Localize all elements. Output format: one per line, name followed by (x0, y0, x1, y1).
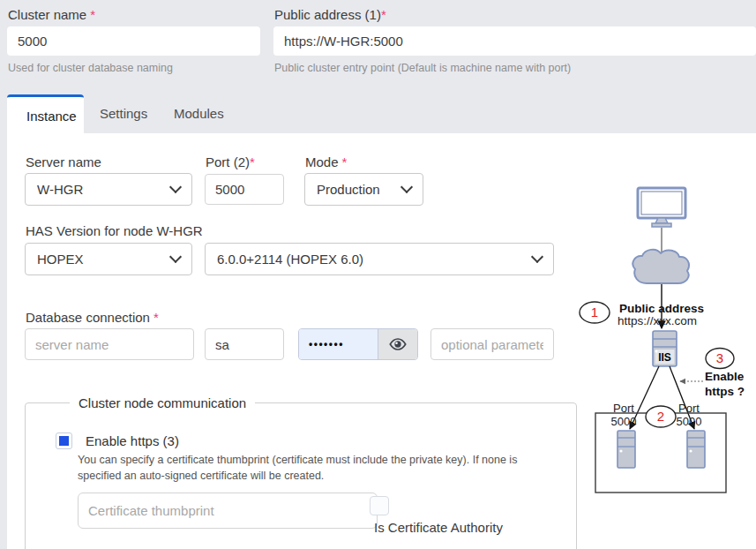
public-address-url: https://xxx.com (618, 314, 697, 327)
cluster-name-input[interactable] (7, 26, 260, 56)
tab-settings[interactable]: Settings (100, 106, 147, 121)
certificate-thumbprint-input[interactable] (78, 493, 378, 529)
database-label-text: Database connection (26, 310, 150, 325)
chevron-down-icon (531, 251, 543, 263)
chevron-down-icon (169, 181, 182, 193)
db-optional-input[interactable] (430, 328, 554, 360)
svg-text:3: 3 (716, 350, 723, 365)
mode-value: Production (317, 182, 380, 197)
server-name-select[interactable]: W-HGR (25, 173, 192, 206)
database-connection-label: Database connection* (26, 310, 159, 325)
checkbox-checked-mark (59, 436, 69, 446)
db-password-group: ••••••• (298, 328, 418, 360)
enable-https-label: Enable https (3) (86, 433, 179, 448)
cluster-name-helper: Used for cluster database naming (8, 62, 173, 74)
step-3-badge: 3 (706, 349, 734, 369)
db-user-input[interactable] (205, 328, 284, 360)
public-address-label: Public address (1)* (274, 7, 386, 22)
chevron-down-icon (400, 181, 413, 193)
mode-label-text: Mode (305, 154, 339, 169)
db-password-field[interactable]: ••••••• (299, 329, 378, 359)
cluster-name-label: Cluster name* (8, 7, 95, 22)
has-version-label: HAS Version for node W-HGR (26, 223, 203, 238)
is-certificate-authority-checkbox[interactable] (370, 496, 389, 515)
cluster-configuration-screen: Cluster name* Used for cluster database … (0, 0, 756, 549)
password-dots: ••••••• (309, 338, 344, 350)
server-right-icon (687, 431, 705, 468)
server-name-label: Server name (26, 154, 101, 169)
product-value: HOPEX (37, 252, 84, 267)
reveal-password-button[interactable] (378, 329, 417, 359)
svg-text:1: 1 (591, 305, 598, 320)
required-asterisk: * (153, 310, 159, 325)
port-input[interactable] (205, 174, 284, 205)
monitor-icon (638, 188, 685, 227)
tab-instance[interactable]: Instance (7, 94, 84, 133)
version-select[interactable]: 6.0.0+2114 (HOPEX 6.0) (205, 243, 554, 275)
public-address-helper: Public cluster entry point (Default is m… (274, 62, 571, 74)
product-select[interactable]: HOPEX (25, 243, 192, 275)
https-hint-line2: specified an auto-signed certificate wil… (78, 470, 324, 482)
server-left-icon (618, 431, 635, 468)
port-left-value: 5000 (611, 415, 637, 428)
required-asterisk: * (90, 7, 95, 22)
tab-instance-label: Instance (26, 109, 84, 124)
port-left-label: Port (613, 402, 634, 415)
enable-https-checkbox[interactable] (56, 432, 72, 449)
required-asterisk: * (250, 154, 255, 169)
db-server-input[interactable] (25, 328, 194, 360)
cloud-icon (632, 250, 689, 283)
server-name-value: W-HGR (37, 182, 83, 197)
port-right-value: 5000 (677, 415, 702, 428)
required-asterisk: * (342, 154, 348, 169)
required-asterisk: * (381, 7, 386, 22)
step-2-badge: 2 (646, 406, 676, 427)
iis-server-icon: IIS (653, 331, 677, 366)
architecture-diagram: 1 Public address https://xxx.com IIS 3 E… (565, 177, 756, 512)
eye-icon (388, 335, 408, 354)
public-address-input[interactable] (273, 26, 756, 56)
tab-modules[interactable]: Modules (174, 106, 224, 121)
cluster-name-label-text: Cluster name (8, 7, 86, 22)
public-address-title: Public address (619, 302, 704, 315)
public-address-label-text: Public address (1) (274, 7, 381, 22)
cluster-node-communication-legend: Cluster node communication (70, 395, 255, 410)
mode-label: Mode* (305, 154, 347, 169)
port-right-label: Port (678, 402, 700, 415)
port-label-text: Port (2) (206, 154, 250, 169)
https-hint-line1: You can specify a certificate thumbprint… (78, 454, 517, 466)
iis-label: IIS (658, 351, 671, 364)
enable-https-question-line1: Enable (705, 370, 745, 383)
version-value: 6.0.0+2114 (HOPEX 6.0) (217, 252, 363, 267)
mode-select[interactable]: Production (304, 173, 423, 206)
enable-https-question-line2: https ? (705, 385, 745, 398)
chevron-down-icon (169, 251, 182, 263)
is-certificate-authority-label: Is Certificate Authority (374, 520, 503, 535)
step-1-badge: 1 (580, 302, 610, 323)
svg-text:2: 2 (657, 409, 664, 424)
port-label: Port (2)* (206, 154, 255, 169)
